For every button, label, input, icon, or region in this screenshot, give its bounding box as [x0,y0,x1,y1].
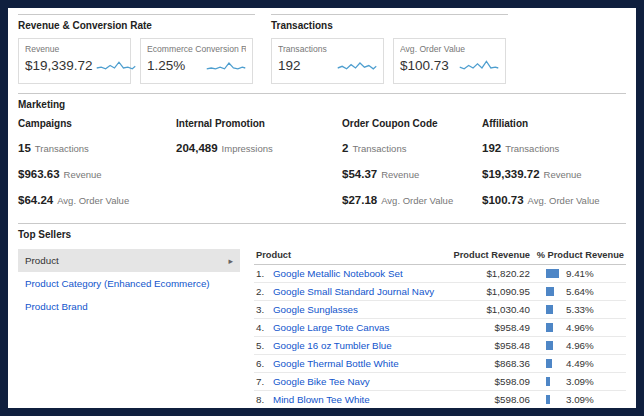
marketing-title: Marketing [18,99,626,110]
avg-order-value-sparkline [459,58,499,73]
metric-label: Revenue [544,169,582,180]
marketing-column-order-coupon-code: Order Coupon Code 2Transactions $54.37Re… [342,118,482,216]
chevron-right-icon: ▸ [228,256,233,266]
header-product-revenue[interactable]: Product Revenue [444,248,532,265]
percent-bar [546,395,550,404]
metric-label: Revenue [381,169,419,180]
sidebar-item-product[interactable]: Product ▸ [18,249,240,272]
product-link[interactable]: Google Sunglasses [273,304,358,315]
product-link[interactable]: Google Thermal Bottle White [273,358,399,369]
top-sellers-title: Top Sellers [18,229,626,240]
product-link[interactable]: Mind Blown Tee White [273,394,370,405]
metric-label: Impressions [222,143,273,154]
metric-value: 15 [18,142,31,154]
dashboard-frame: Revenue & Conversion Rate Revenue $19,33… [0,0,644,416]
card-value-avg-order-value: $100.73 [400,58,449,73]
column-title: Order Coupon Code [342,118,482,129]
percent-bar [546,377,550,386]
metric-label: Revenue [64,169,102,180]
product-link[interactable]: Google Bike Tee Navy [273,376,370,387]
panel-title-transactions: Transactions [271,20,508,31]
marketing-column-affiliation: Affiliation 192Transactions $19,339.72Re… [482,118,626,216]
product-revenue-value: $598.09 [444,373,532,391]
metric-card-conversion-rate[interactable]: Ecommerce Conversion Rate 1.25% [140,38,253,84]
metric-value: $27.18 [342,194,377,206]
card-label-transactions: Transactions [278,44,377,54]
sidebar-item-product-category[interactable]: Product Category (Enhanced Ecommerce) [18,272,240,295]
product-revenue-value: $958.49 [444,319,532,337]
table-row: 4.Google Large Tote Canvas $958.49 4.96% [254,319,626,337]
row-rank: 1. [256,268,273,279]
product-link[interactable]: Google Large Tote Canvas [273,322,389,333]
percent-value: 5.64% [566,286,594,297]
sidebar-item-product-brand[interactable]: Product Brand [18,295,240,318]
card-value-transactions: 192 [278,58,301,73]
panel-revenue-conversion: Revenue & Conversion Rate Revenue $19,33… [18,14,255,84]
percent-value: 5.33% [566,304,594,315]
percent-value: 3.09% [566,394,594,405]
metric-value: 204,489 [176,142,218,154]
metric-value: $963.63 [18,168,60,180]
card-value-revenue: $19,339.72 [25,58,93,73]
header-percent-product-revenue[interactable]: % Product Revenue [532,248,626,265]
metric-value: 2 [342,142,348,154]
product-link[interactable]: Google Metallic Notebook Set [273,268,403,279]
header-product[interactable]: Product [254,248,444,265]
metric-value: $19,339.72 [482,168,540,180]
metric-value: $100.73 [482,194,524,206]
table-row: 3.Google Sunglasses $1,030.40 5.33% [254,301,626,319]
percent-bar [546,269,559,278]
product-revenue-value: $958.48 [444,337,532,355]
table-row: 8.Mind Blown Tee White $598.06 3.09% [254,391,626,409]
row-rank: 8. [256,394,273,405]
row-rank: 6. [256,358,273,369]
product-link[interactable]: Google Small Standard Journal Navy [273,286,434,297]
percent-bar [546,305,553,314]
sidebar-item-label: Product [25,255,59,266]
marketing-section: Marketing Campaigns 15Transactions $963.… [18,93,626,216]
metric-label: Avg. Order Value [57,195,129,206]
top-sellers-sidebar: Product ▸ Product Category (Enhanced Eco… [18,248,240,408]
percent-bar [546,287,554,296]
percent-bar [546,323,553,332]
metric-value: $64.24 [18,194,53,206]
column-title: Affiliation [482,118,626,129]
marketing-column-internal-promotion: Internal Promotion 204,489Impressions [176,118,342,216]
scorecards-row: Revenue & Conversion Rate Revenue $19,33… [18,14,626,84]
percent-value: 4.96% [566,340,594,351]
row-rank: 5. [256,340,273,351]
product-revenue-value: $868.36 [444,355,532,373]
conversion-rate-sparkline [206,58,246,73]
percent-bar [546,359,552,368]
transactions-sparkline [337,58,377,73]
top-sellers-section: Top Sellers Product ▸ Product Category (… [18,223,626,408]
revenue-sparkline [96,58,136,73]
percent-value: 4.96% [566,322,594,333]
row-rank: 3. [256,304,273,315]
sidebar-item-label: Product Category (Enhanced Ecommerce) [25,278,210,289]
metric-card-transactions[interactable]: Transactions 192 [271,38,384,84]
marketing-column-campaigns: Campaigns 15Transactions $963.63Revenue … [18,118,176,216]
product-revenue-value: $1,090.95 [444,283,532,301]
panel-title-revenue-conversion: Revenue & Conversion Rate [18,20,255,31]
metric-value: 192 [482,142,501,154]
metric-label: Transactions [352,143,406,154]
column-title: Campaigns [18,118,176,129]
panel-transactions: Transactions Transactions 192 Avg. Order… [271,14,508,84]
metric-label: Transactions [35,143,89,154]
card-value-conversion-rate: 1.25% [147,58,185,73]
sidebar-item-label: Product Brand [25,301,88,312]
column-title: Internal Promotion [176,118,342,129]
table-row: 7.Google Bike Tee Navy $598.09 3.09% [254,373,626,391]
percent-bar [546,341,553,350]
product-revenue-value: $598.06 [444,391,532,409]
product-link[interactable]: Google 16 oz Tumbler Blue [273,340,392,351]
metric-card-revenue[interactable]: Revenue $19,339.72 [18,38,131,84]
row-rank: 2. [256,286,273,297]
metric-label: Transactions [505,143,559,154]
percent-value: 3.09% [566,376,594,387]
metric-label: Avg. Order Value [528,195,600,206]
row-rank: 7. [256,376,273,387]
metric-card-avg-order-value[interactable]: Avg. Order Value $100.73 [393,38,506,84]
table-row: 2.Google Small Standard Journal Navy $1,… [254,283,626,301]
